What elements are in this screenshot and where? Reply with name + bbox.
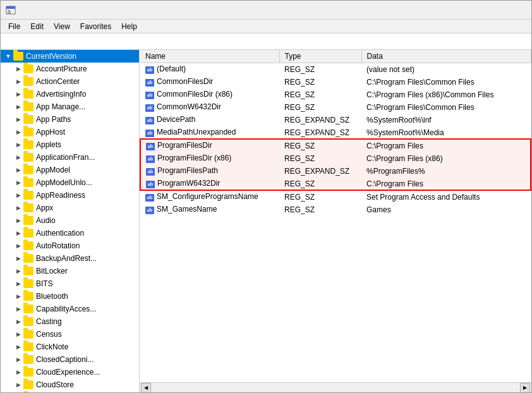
tree-item[interactable]: ▶App Manage... <box>1 100 139 113</box>
folder-icon <box>23 330 33 339</box>
tree-item-label: Appx <box>36 203 53 212</box>
tree-item[interactable]: ▶BackupAndRest... <box>1 252 139 265</box>
tree-item[interactable]: ▶ClickNote <box>1 341 139 353</box>
tree-item[interactable]: ▶AppReadiness <box>1 189 139 202</box>
cell-name: abProgramFilesDir <box>140 139 279 152</box>
tree-item-label: AppModelUnlo... <box>36 178 92 187</box>
tree-item[interactable]: ▶Census <box>1 328 139 341</box>
tree-arrow-icon: ▶ <box>13 178 23 188</box>
tree-item[interactable]: ▶AppModel <box>1 164 139 176</box>
tree-item[interactable]: ▶CloudExperience... <box>1 366 139 378</box>
menu-item-favorites[interactable]: Favorites <box>75 21 116 32</box>
tree-item[interactable]: ▶AppHost <box>1 126 139 138</box>
table-row[interactable]: abProgramFilesPathREG_EXPAND_SZ%ProgramF… <box>140 165 531 178</box>
tree-item[interactable]: ▶Applets <box>1 138 139 151</box>
tree-arrow-icon: ▶ <box>13 253 23 263</box>
tree-item-label: Bluetooth <box>36 292 68 301</box>
tree-arrow-icon: ▶ <box>13 165 23 175</box>
tree-arrow-icon: ▶ <box>13 317 23 327</box>
reg-value-icon: ab <box>145 92 154 99</box>
tree-item[interactable]: ▶ActionCenter <box>1 75 139 88</box>
table-row[interactable]: abDevicePathREG_EXPAND_SZ%SystemRoot%\in… <box>140 114 531 126</box>
main-area: ▼CurrentVersion▶AccountPicture▶ActionCen… <box>1 50 531 392</box>
tree-panel[interactable]: ▼CurrentVersion▶AccountPicture▶ActionCen… <box>1 50 140 392</box>
tree-item[interactable]: ▶AccountPicture <box>1 63 139 75</box>
minimize-button[interactable] <box>437 1 466 20</box>
menu-item-edit[interactable]: Edit <box>25 21 49 32</box>
tree-item[interactable]: ▶Audio <box>1 214 139 227</box>
table-row[interactable]: abProgramW6432DirREG_SZC:\Program Files <box>140 178 531 191</box>
horizontal-scrollbar[interactable]: ◀ ▶ <box>140 382 531 392</box>
table-row[interactable]: ab(Default)REG_SZ(value not set) <box>140 63 531 76</box>
reg-value-icon: ab <box>145 117 154 124</box>
tree-item[interactable]: ▶AdvertisingInfo <box>1 88 139 100</box>
tree-item-label: App Manage... <box>36 102 85 111</box>
folder-icon <box>23 229 33 238</box>
tree-item[interactable]: ▶BitLocker <box>1 265 139 277</box>
svg-rect-1 <box>6 6 15 9</box>
tree-arrow-icon: ▶ <box>13 190 23 200</box>
table-row[interactable]: abMediaPathUnexpandedREG_EXPAND_SZ%Syste… <box>140 126 531 140</box>
cell-type: REG_EXPAND_SZ <box>279 126 361 140</box>
table-row[interactable]: abProgramFilesDir (x86)REG_SZC:\Program … <box>140 152 531 165</box>
cell-type: REG_EXPAND_SZ <box>279 165 361 178</box>
folder-icon <box>23 102 33 111</box>
tree-item-label: ClosedCaptioni... <box>36 355 94 364</box>
cell-data: C:\Program Files (x86) <box>361 152 531 165</box>
tree-item-label: CloudStore <box>36 380 74 389</box>
menu-item-file[interactable]: File <box>3 21 25 32</box>
table-row[interactable]: abSM_ConfigureProgramsNameREG_SZSet Prog… <box>140 190 531 203</box>
tree-item-label: CloudExperience... <box>36 368 100 377</box>
folder-icon <box>23 90 33 99</box>
cell-type: REG_EXPAND_SZ <box>279 114 361 126</box>
table-row[interactable]: abSM_GamesNameREG_SZGames <box>140 203 531 216</box>
folder-icon <box>23 254 33 263</box>
tree-item[interactable]: ▶CloudStore <box>1 378 139 391</box>
close-button[interactable] <box>497 1 526 20</box>
maximize-button[interactable] <box>467 1 496 20</box>
tree-item-label: AppModel <box>36 166 70 174</box>
folder-icon <box>23 153 33 162</box>
reg-value-icon: ab <box>146 143 155 150</box>
cell-type: REG_SZ <box>279 203 361 216</box>
reg-value-icon: ab <box>145 66 154 74</box>
table-row[interactable]: abCommonFilesDirREG_SZC:\Program Files\C… <box>140 76 531 88</box>
scroll-right[interactable]: ▶ <box>520 383 530 393</box>
menu-item-view[interactable]: View <box>49 21 75 32</box>
tree-item[interactable]: ▶AppModelUnlo... <box>1 176 139 189</box>
tree-item[interactable]: ▶ApplicationFran... <box>1 151 139 164</box>
scroll-track[interactable] <box>151 383 520 393</box>
table-row[interactable]: abProgramFilesDirREG_SZC:\Program Files <box>140 139 531 152</box>
tree-item-label: App Paths <box>36 115 71 124</box>
folder-icon <box>23 241 33 250</box>
tree-item[interactable]: ▶Casting <box>1 315 139 328</box>
tree-item[interactable]: ▼CurrentVersion <box>1 50 139 63</box>
tree-item[interactable]: ▶App Paths <box>1 113 139 126</box>
tree-item-label: BitLocker <box>36 267 68 275</box>
table-row[interactable]: abCommonFilesDir (x86)REG_SZC:\Program F… <box>140 88 531 101</box>
folder-icon <box>23 64 33 73</box>
tree-item[interactable]: ▶BITS <box>1 277 139 290</box>
tree-item[interactable]: ▶ClosedCaptioni... <box>1 353 139 366</box>
svg-rect-4 <box>8 13 11 13</box>
cell-name: abCommonFilesDir (x86) <box>140 88 279 101</box>
tree-item[interactable]: ▶Appx <box>1 202 139 214</box>
tree-item[interactable]: ▶Bluetooth <box>1 290 139 303</box>
cell-name: abDevicePath <box>140 114 279 126</box>
scroll-left[interactable]: ◀ <box>141 383 151 393</box>
tree-item-label: AppHost <box>36 128 65 136</box>
cell-type: REG_SZ <box>279 139 361 152</box>
tree-arrow-icon: ▶ <box>13 228 23 238</box>
tree-item[interactable]: ▶Authentication <box>1 227 139 239</box>
tree-item[interactable]: ▶Component Bas... <box>1 391 139 392</box>
cell-name: abMediaPathUnexpanded <box>140 126 279 140</box>
tree-arrow-icon: ▶ <box>13 380 23 390</box>
table-row[interactable]: abCommonW6432DirREG_SZC:\Program Files\C… <box>140 101 531 114</box>
menu-item-help[interactable]: Help <box>116 21 142 32</box>
svg-rect-3 <box>8 11 11 12</box>
reg-value-icon: ab <box>145 207 154 214</box>
cell-data: C:\Program Files\Common Files <box>361 101 531 114</box>
tree-item[interactable]: ▶AutoRotation <box>1 239 139 252</box>
tree-arrow-icon: ▶ <box>13 367 23 377</box>
tree-item[interactable]: ▶CapabilityAcces... <box>1 303 139 315</box>
